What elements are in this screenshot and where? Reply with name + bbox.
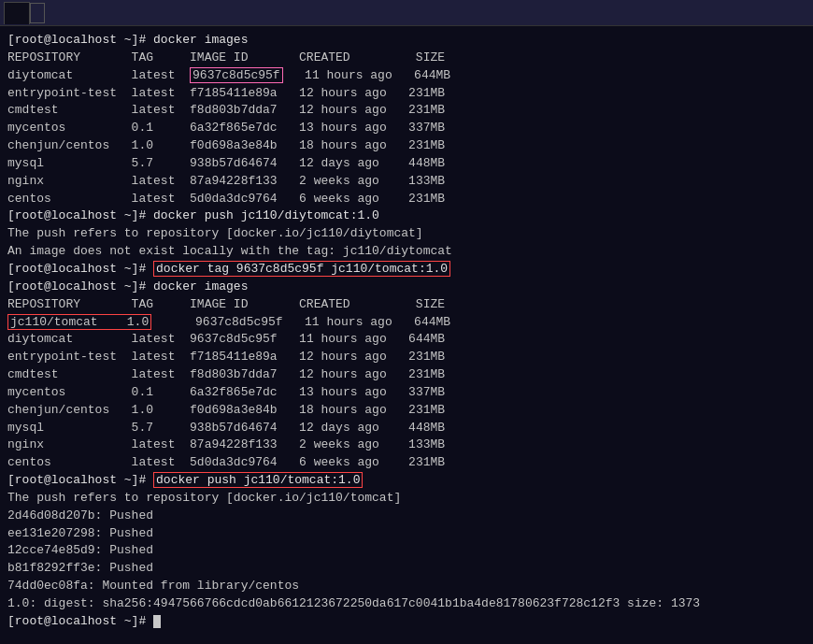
terminal-line: centos latest 5d0da3dc9764 6 weeks ago 2… [7, 454, 806, 472]
terminal-line: 2d46d08d207b: Pushed [7, 508, 806, 525]
terminal-line: nginx latest 87a94228f133 2 weeks ago 13… [7, 436, 806, 454]
terminal-line: The push refers to repository [docker.io… [7, 225, 806, 243]
terminal-line: cmdtest latest f8d803b7dda7 12 hours ago… [7, 102, 806, 120]
terminal-line: diytomcat latest 9637c8d5c95f 11 hours a… [7, 67, 806, 85]
terminal-line: ee131e207298: Pushed [7, 525, 806, 543]
terminal-line: mysql 5.7 938b57d64674 12 days ago 448MB [7, 420, 806, 437]
terminal-line: mycentos 0.1 6a32f865e7dc 13 hours ago 3… [7, 384, 806, 402]
terminal-line: entrypoint-test latest f7185411e89a 12 h… [7, 85, 806, 103]
terminal-line: mysql 5.7 938b57d64674 12 days ago 448MB [7, 155, 806, 173]
new-tab-button[interactable] [30, 3, 45, 23]
terminal-line: centos latest 5d0da3dc9764 6 weeks ago 2… [7, 191, 806, 208]
titlebar [0, 0, 813, 26]
terminal-line: cmdtest latest f8d803b7dda7 12 hours ago… [7, 366, 806, 384]
terminal-line: [root@localhost ~]# docker push jc110/to… [7, 472, 806, 490]
terminal-line: nginx latest 87a94228f133 2 weeks ago 13… [7, 173, 806, 191]
terminal-line: 74dd0ec08fa: Mounted from library/centos [7, 578, 806, 595]
terminal-line: mycentos 0.1 6a32f865e7dc 13 hours ago 3… [7, 120, 806, 137]
cursor [153, 615, 161, 628]
terminal-line: [root@localhost ~]# docker images [7, 32, 806, 50]
terminal-line: 12cce74e85d9: Pushed [7, 542, 806, 560]
terminal-line: diytomcat latest 9637c8d5c95f 11 hours a… [7, 331, 806, 349]
terminal-line: [root@localhost ~]# docker push jc110/di… [7, 208, 806, 225]
terminal-line: The push refers to repository [docker.io… [7, 490, 806, 508]
terminal-line: chenjun/centos 1.0 f0d698a3e84b 18 hours… [7, 137, 806, 155]
terminal-line: An image does not exist locally with the… [7, 243, 806, 261]
terminal-line: chenjun/centos 1.0 f0d698a3e84b 18 hours… [7, 402, 806, 420]
terminal-line: entrypoint-test latest f7185411e89a 12 h… [7, 349, 806, 366]
terminal-line: [root@localhost ~]# docker tag 9637c8d5c… [7, 261, 806, 279]
terminal-line: REPOSITORY TAG IMAGE ID CREATED SIZE [7, 50, 806, 67]
tab-1[interactable] [4, 2, 30, 24]
terminal-line: [root@localhost ~]# [7, 613, 806, 631]
terminal-body[interactable]: [root@localhost ~]# docker imagesREPOSIT… [0, 26, 813, 644]
terminal-line: 1.0: digest: sha256:4947566766cdcd0ab661… [7, 595, 806, 613]
terminal-window: [root@localhost ~]# docker imagesREPOSIT… [0, 0, 813, 644]
terminal-line: b81f8292ff3e: Pushed [7, 560, 806, 578]
terminal-line: [root@localhost ~]# docker images [7, 279, 806, 296]
terminal-line: jc110/tomcat 1.0 9637c8d5c95f 11 hours a… [7, 314, 806, 332]
terminal-line: REPOSITORY TAG IMAGE ID CREATED SIZE [7, 296, 806, 314]
